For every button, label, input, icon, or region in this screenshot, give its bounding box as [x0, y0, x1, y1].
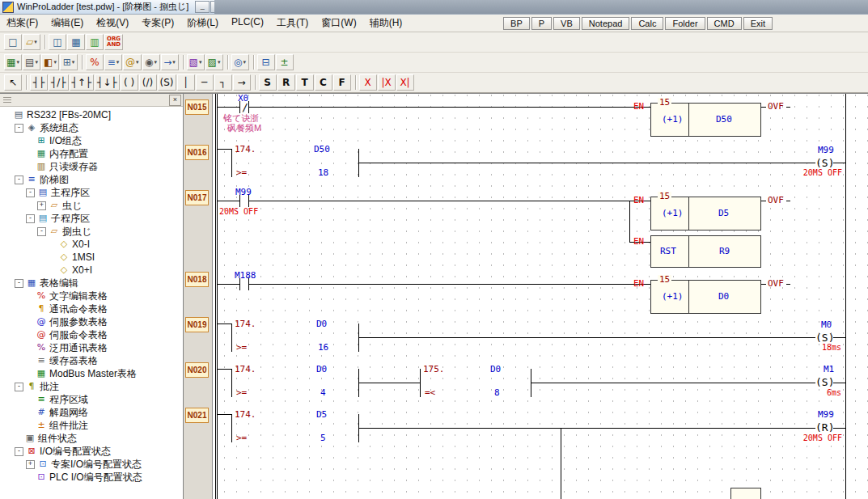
tree-item[interactable]: -主程序区 [0, 186, 183, 199]
menu-item[interactable]: 检视(V) [90, 14, 135, 32]
tree-expander[interactable]: - [15, 175, 23, 184]
tree-item[interactable]: 通讯命令表格 [0, 302, 183, 315]
select-element-button[interactable]: ⊞▾ [60, 54, 78, 70]
contact-rising-tool[interactable]: ┤↑├ [70, 74, 95, 91]
tree-expander[interactable]: - [37, 227, 46, 236]
contact-nc-tool[interactable]: ┤/├ [49, 74, 69, 91]
open-project-button[interactable]: ▱▾ [23, 34, 40, 50]
menu-item[interactable]: 专案(P) [135, 14, 180, 32]
arrow-tool[interactable]: → [233, 74, 251, 91]
coil-tool[interactable]: ( ) [121, 74, 138, 91]
function-block-partial[interactable] [730, 488, 761, 499]
tree-item[interactable]: 只读缓存器 [0, 160, 183, 173]
tree-item[interactable]: PLC I/O编号配置状态 [0, 471, 183, 484]
tree-expander[interactable]: - [26, 188, 35, 197]
tree-item[interactable]: 组件批注 [0, 419, 183, 432]
tree-item[interactable]: RS232 [FBs-20MC] [0, 108, 183, 121]
menu-item[interactable]: 阶梯(L) [180, 14, 225, 32]
menu-item[interactable]: 档案(F) [0, 14, 44, 32]
network-label-n018[interactable]: N018 [185, 272, 209, 287]
contact-falling-tool[interactable]: ┤↓├ [95, 74, 120, 91]
tree-item[interactable]: -捌虫じ [0, 225, 183, 238]
coil-m99-set[interactable]: (S) [815, 158, 834, 168]
comparator-number[interactable]: 174. [235, 319, 256, 328]
monitor-button[interactable]: ▧▾ [187, 54, 205, 70]
tree-item[interactable]: 组件状态 [0, 432, 183, 445]
menu-item[interactable]: 窗口(W) [315, 14, 362, 32]
line-branch-tool[interactable]: ┐ [214, 74, 232, 91]
function-block-tool[interactable]: F [333, 74, 351, 91]
table-window-button[interactable]: ▥ [86, 34, 104, 50]
tree-item[interactable]: -表格编辑 [0, 277, 183, 290]
network-label-n015[interactable]: N015 [185, 99, 209, 115]
goto-button[interactable]: →▾ [161, 54, 179, 70]
panel-grip-icon[interactable] [3, 99, 11, 100]
zoom-button[interactable]: ◎▾ [231, 54, 249, 70]
tree-expander[interactable]: - [26, 214, 35, 223]
network-label-n019[interactable]: N019 [185, 317, 209, 332]
tree-item[interactable]: 程序区域 [0, 393, 183, 406]
tree-expander[interactable]: - [15, 279, 23, 288]
minimize-button[interactable]: _ [195, 1, 210, 13]
menu-item[interactable]: 编辑(E) [44, 14, 90, 32]
tree-item[interactable]: 解题网络 [0, 406, 183, 419]
grid-display-button[interactable]: ⊟ [257, 54, 275, 70]
tree-item[interactable]: 伺服命令表格 [0, 328, 183, 341]
tree-item[interactable]: ModBus Master表格 [0, 367, 183, 380]
network-label-n017[interactable]: N017 [185, 190, 209, 205]
delete-network-tool[interactable]: X| [396, 74, 414, 91]
program-window-button[interactable]: ◫ [49, 34, 66, 50]
line-vertical-tool[interactable]: │ [177, 74, 195, 91]
tree-item[interactable]: I/O组态 [0, 134, 183, 147]
quick-p-button[interactable]: P [531, 17, 552, 30]
quick-vb-button[interactable]: VB [553, 17, 580, 30]
network-label-n021[interactable]: N021 [185, 408, 209, 423]
tree-expander[interactable]: - [15, 447, 23, 456]
counter-block-tool[interactable]: C [315, 74, 332, 91]
comparator-number[interactable]: 175. [423, 365, 445, 374]
tree-item[interactable]: -批注 [0, 380, 183, 393]
network-label-n020[interactable]: N020 [185, 362, 209, 378]
tree-item[interactable]: +虫じ [0, 199, 183, 212]
network-label-n016[interactable]: N016 [185, 145, 209, 160]
comparator-number[interactable]: 174. [235, 365, 256, 374]
element-operations-button[interactable]: ◧▾ [41, 54, 59, 70]
close-panel-button[interactable]: × [169, 95, 181, 106]
delete-element-tool[interactable]: X [359, 74, 377, 91]
set-block-tool[interactable]: S [259, 74, 277, 91]
tree-item[interactable]: 文字编辑表格 [0, 290, 183, 302]
tree-item[interactable]: -I/O编号配置状态 [0, 445, 183, 458]
status-page-button[interactable]: ▦ [67, 34, 85, 50]
tree-expander[interactable]: - [15, 383, 23, 391]
tree-expander[interactable]: + [37, 201, 46, 210]
coil-set-tool[interactable]: (S) [158, 74, 176, 91]
ladder-editor[interactable]: / X0 铭て诀浙 砜餐频M EN 15 (+1) D50 OVF 174. D… [212, 93, 868, 499]
coil-m0-set[interactable]: (S) [815, 332, 834, 343]
menu-item[interactable]: 工具(T) [270, 14, 315, 32]
tree-expander[interactable]: - [15, 124, 23, 133]
tree-item[interactable]: X0+I [0, 264, 183, 277]
tree-item[interactable]: 泛用通讯表格 [0, 341, 183, 354]
ladder-window-button[interactable]: ▦▾ [4, 54, 22, 70]
comment-tool-button[interactable]: ≡▾ [104, 54, 122, 70]
tree-item[interactable]: -系统组态 [0, 121, 183, 134]
tree-item[interactable]: X0-I [0, 238, 183, 251]
menu-item[interactable]: 辅助(H) [363, 14, 409, 32]
comparator-number[interactable]: 174. [235, 145, 256, 154]
tree-item[interactable]: +专案I/O编号配置状态 [0, 458, 183, 471]
tree-item[interactable]: -阶梯图 [0, 173, 183, 186]
quick-cmd-button[interactable]: CMD [707, 17, 742, 30]
reset-block-tool[interactable]: R [277, 74, 295, 91]
tree-item[interactable]: 缓存器表格 [0, 354, 183, 367]
quick-calc-button[interactable]: Calc [631, 17, 663, 30]
tree-item[interactable]: 1MSI [0, 251, 183, 264]
org-and-button[interactable]: ORG AND [104, 34, 123, 50]
quick-bp-button[interactable]: BP [503, 17, 530, 30]
quick-folder-button[interactable]: Folder [665, 17, 705, 30]
tree-expander[interactable]: + [26, 460, 35, 469]
quick-notepad-button[interactable]: Notepad [582, 17, 630, 30]
coil-m99-reset[interactable]: (R) [815, 422, 834, 433]
step-button[interactable]: ± [276, 54, 294, 70]
pointer-tool[interactable]: ↖ [4, 74, 22, 91]
new-project-button[interactable]: □ [4, 34, 22, 50]
